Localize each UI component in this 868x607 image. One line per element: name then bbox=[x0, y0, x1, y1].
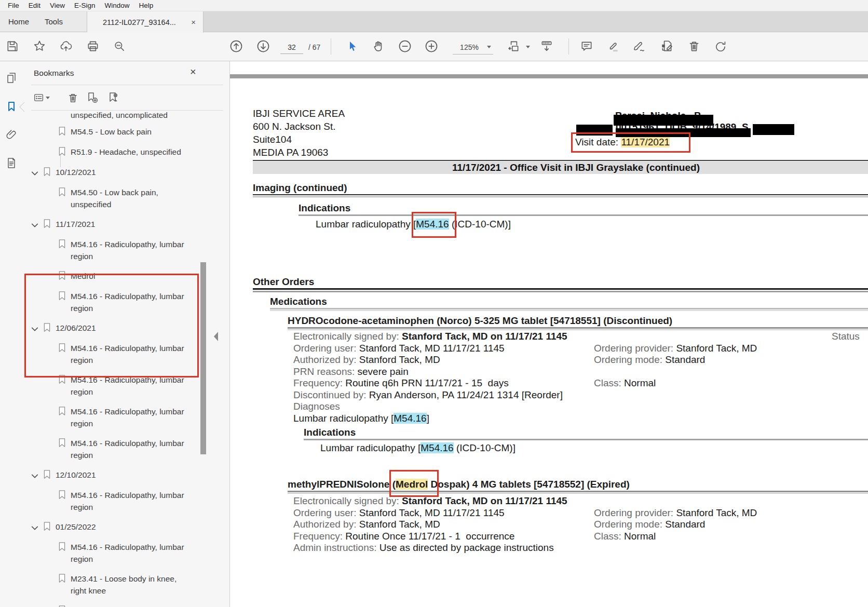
bookmark-item[interactable]: R51.9 - Headache, unspecified bbox=[23, 142, 222, 163]
redo-rotate-button[interactable] bbox=[712, 37, 729, 55]
page-number-input[interactable] bbox=[280, 41, 303, 54]
bookmark-glyph-icon bbox=[58, 573, 66, 585]
star-button[interactable] bbox=[31, 37, 48, 55]
page-thumbnails-button[interactable] bbox=[5, 71, 18, 85]
bookmark-glyph-icon bbox=[58, 146, 66, 158]
discontinued-line: Discontinued by: Ryan Anderson, PA 11/24… bbox=[293, 389, 563, 401]
bookmark-item-label: 11/17/2021 bbox=[56, 218, 178, 230]
annotation-box-icd-code bbox=[412, 212, 456, 238]
trash-icon bbox=[687, 39, 701, 53]
clinic-address-line: MEDIA PA 19063 bbox=[253, 147, 328, 158]
bookmark-item[interactable]: M54.16 - Radiculopathy, lumbar region bbox=[23, 485, 222, 517]
panel-divider bbox=[31, 110, 223, 111]
section-rule bbox=[253, 196, 868, 197]
bookmark-item[interactable]: M23.41 - Loose body in knee, right knee bbox=[23, 569, 222, 601]
bookmark-glyph-icon bbox=[58, 126, 66, 138]
visit-banner-title: 11/17/2021 - Office Visit in IBJI Graysl… bbox=[253, 161, 868, 174]
collapse-panel-arrow[interactable] bbox=[214, 332, 218, 341]
options-caret-icon bbox=[46, 97, 50, 99]
zoom-level-value[interactable]: 125% bbox=[456, 43, 483, 51]
document-tab-label: 2112-IL0277_93164... bbox=[103, 18, 176, 26]
menu-item[interactable]: File bbox=[3, 1, 24, 10]
chevron-down-icon[interactable] bbox=[31, 169, 39, 178]
document-tab[interactable]: 2112-IL0277_93164... × bbox=[87, 11, 204, 33]
bookmark-item[interactable]: M54.16 - Radiculopathy, lumbar region bbox=[23, 235, 222, 266]
comment-button[interactable] bbox=[578, 37, 595, 55]
bookmark-item[interactable]: M54.16 - Radiculopathy, lumbar region bbox=[23, 434, 222, 465]
share-upload-button[interactable] bbox=[57, 37, 75, 55]
bookmark-options-button[interactable] bbox=[33, 89, 50, 106]
delete-bookmark-button[interactable] bbox=[64, 89, 81, 106]
tab-tools[interactable]: Tools bbox=[36, 17, 70, 26]
annotation-box-medrol bbox=[389, 470, 439, 497]
zoom-out-button[interactable] bbox=[396, 37, 414, 55]
scroll-mode-icon bbox=[540, 39, 553, 53]
menu-item[interactable]: E-Sign bbox=[70, 1, 100, 10]
tab-home[interactable]: Home bbox=[0, 17, 36, 26]
bookmark-item[interactable]: 10/12/2021 bbox=[23, 163, 222, 183]
medication-title: HYDROcodone-acetaminophen (Norco) 5-325 … bbox=[288, 315, 672, 327]
close-panel-icon[interactable]: × bbox=[190, 66, 196, 77]
fit-width-button[interactable] bbox=[505, 37, 523, 55]
menu-item[interactable]: Edit bbox=[24, 1, 45, 10]
bookmark-item[interactable]: M54.16 - Radiculopathy, lumbar region bbox=[23, 537, 222, 569]
page-total-label: / 67 bbox=[308, 43, 320, 51]
esign-line: Electronically signed by: Stanford Tack,… bbox=[293, 331, 567, 342]
med-title-rule bbox=[288, 491, 868, 492]
bookmark-item[interactable]: M54.16 - Radiculopathy, lumbar region bbox=[23, 601, 222, 607]
cursor-icon bbox=[346, 40, 358, 52]
print-button[interactable] bbox=[84, 37, 102, 55]
comments-list-button[interactable] bbox=[5, 156, 18, 170]
chevron-down-icon[interactable] bbox=[31, 221, 39, 230]
page-edge-band bbox=[230, 74, 868, 78]
delete-pages-button[interactable] bbox=[685, 37, 703, 55]
page-up-icon bbox=[229, 39, 243, 53]
scroll-mode-button[interactable] bbox=[538, 37, 555, 55]
attachments-button[interactable] bbox=[5, 128, 18, 141]
save-button[interactable] bbox=[4, 37, 21, 55]
prn-line: PRN reasons: severe pain bbox=[293, 366, 409, 377]
bookmark-glyph-icon bbox=[58, 490, 66, 502]
zoom-dropdown-caret-icon[interactable] bbox=[487, 46, 491, 48]
bookmark-item[interactable]: M54.5 - Low back pain bbox=[23, 122, 222, 142]
section-rule bbox=[253, 194, 868, 195]
search-button[interactable] bbox=[111, 37, 128, 55]
class-line: Class: Normal bbox=[594, 531, 656, 542]
fill-sign-button[interactable] bbox=[631, 37, 648, 55]
highlight-button[interactable] bbox=[604, 37, 622, 55]
bookmark-item[interactable]: M54.16 - Radiculopathy, lumbar region bbox=[23, 402, 222, 434]
bookmark-item[interactable]: M54.50 - Low back pain, unspecified bbox=[23, 183, 222, 214]
subsection-rule bbox=[270, 308, 868, 309]
app-tabs: Home Tools bbox=[0, 11, 87, 32]
bookmark-item[interactable]: 01/25/2022 bbox=[23, 517, 222, 537]
authorized-line: Authorized by: Stanford Tack, MD bbox=[293, 354, 440, 366]
fit-dropdown-caret-icon[interactable] bbox=[526, 46, 530, 48]
menu-item[interactable]: Window bbox=[100, 1, 134, 10]
bookmark-item[interactable]: 12/10/2021 bbox=[23, 465, 222, 485]
search-icon bbox=[113, 39, 126, 53]
esign-line: Electronically signed by: Stanford Tack,… bbox=[293, 495, 567, 507]
bookmark-item[interactable]: 11/17/2021 bbox=[23, 214, 222, 235]
chevron-down-icon[interactable] bbox=[31, 471, 39, 481]
menu-item[interactable]: Help bbox=[134, 1, 158, 10]
chevron-down-icon[interactable] bbox=[31, 523, 39, 533]
hand-tool-button[interactable] bbox=[370, 37, 387, 55]
bookmarks-panel-button[interactable] bbox=[5, 100, 18, 113]
next-page-button[interactable] bbox=[254, 37, 272, 55]
previous-page-button[interactable] bbox=[227, 37, 245, 55]
new-bookmark-button[interactable] bbox=[84, 89, 101, 106]
page-down-icon bbox=[256, 39, 270, 53]
expand-current-bookmark-button[interactable] bbox=[105, 89, 121, 106]
other-orders-heading: Other Orders bbox=[253, 276, 314, 288]
panel-scrollbar-thumb[interactable] bbox=[200, 262, 206, 454]
zoom-in-button[interactable] bbox=[423, 37, 440, 55]
close-tab-icon[interactable]: × bbox=[190, 18, 197, 26]
printer-icon bbox=[86, 39, 100, 53]
bookmark-glyph-icon bbox=[58, 542, 66, 554]
bookmark-item[interactable]: unspecified, uncomplicated bbox=[23, 111, 222, 122]
select-tool-button[interactable] bbox=[343, 37, 361, 55]
edit-pdf-button[interactable] bbox=[658, 37, 676, 55]
med-title-rule bbox=[288, 493, 868, 494]
menu-item[interactable]: View bbox=[45, 1, 70, 10]
diagnoses-label: Diagnoses bbox=[293, 401, 340, 412]
